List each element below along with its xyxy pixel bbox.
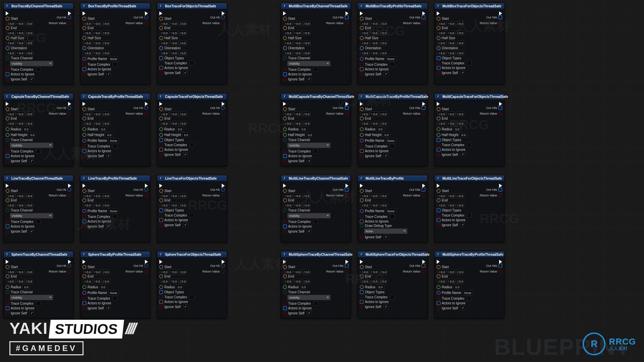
pin-icon[interactable] [6,117,9,120]
checkbox[interactable] [30,311,34,315]
node-header[interactable]: fBoxTraceForObjectsThreadSafe [157,3,227,9]
bool-pin[interactable]: Trace Complex [437,142,502,147]
bool-pin[interactable]: Trace Complex [360,295,425,299]
pin-icon[interactable] [159,138,163,142]
pin-icon[interactable] [221,112,225,115]
blueprint-node[interactable]: fMultiCapsuleTraceByProfileThreadSafeSta… [358,93,428,166]
vector-pin[interactable]: End [83,198,148,202]
bool-pin[interactable]: Ignore Self [360,154,425,158]
pin-icon[interactable] [159,127,163,131]
pin-icon[interactable] [422,193,425,197]
pin-icon[interactable] [67,269,71,273]
out-hit-pin[interactable]: Out Hit [57,15,71,19]
float-pin[interactable]: Radius 0.0 [437,127,502,132]
blueprint-node[interactable]: fMultiSphereTraceByChannelThreadSafeStar… [281,251,351,318]
checkbox[interactable] [384,154,388,158]
pin-icon[interactable] [83,189,86,193]
vector-pin[interactable]: Half Size [83,36,148,40]
pin-icon[interactable] [360,144,364,148]
name-pin[interactable]: Profile Name None [360,138,425,143]
vector-pin[interactable]: Half Size [283,36,348,40]
pin-icon[interactable] [6,133,9,137]
pin-icon[interactable] [6,198,9,202]
bool-pin[interactable]: Trace Complex [159,61,225,65]
pin-icon[interactable] [159,61,163,65]
vector-pin[interactable]: End [283,117,348,120]
checkbox[interactable] [384,72,388,76]
exec-out-pin[interactable] [345,102,348,106]
float-pin[interactable]: Half Height 0.0 [159,132,225,137]
bool-pin[interactable]: Trace Complex [6,219,71,224]
pin-icon[interactable] [83,220,86,223]
pin-icon[interactable] [283,230,287,233]
enum-pin[interactable]: Trace Channel [6,56,71,60]
vector-pin[interactable]: End [283,275,348,278]
exec-out-pin[interactable] [345,260,348,264]
exec-in-pin[interactable] [283,11,286,15]
array-pin[interactable]: Object Types [437,56,502,60]
rotator-pin[interactable]: Orientation [283,46,348,50]
name-pin[interactable]: Profile Name None [83,56,148,61]
checkbox[interactable] [307,159,312,163]
exec-in-pin[interactable] [6,260,9,264]
pin-icon[interactable] [360,46,364,50]
node-header[interactable]: fMultiSphereTraceForObjectsThreadSafe [358,251,427,258]
array-pin[interactable]: Actors to Ignore [83,149,148,153]
pin-icon[interactable] [283,107,287,111]
vector-pin[interactable]: End [159,198,225,202]
enum-pin[interactable]: Trace Channel [6,290,71,294]
pin-icon[interactable] [67,106,71,110]
checkbox[interactable] [190,295,194,299]
rotator-pin[interactable]: Orientation [159,46,225,50]
array-pin[interactable]: Object Types [360,290,425,294]
float-pin[interactable]: Radius 0.0 [283,285,348,290]
pin-icon[interactable] [83,117,86,120]
array-pin[interactable]: Actors to Ignore [159,218,225,222]
pin-icon[interactable] [83,57,86,61]
pin-icon[interactable] [144,106,148,110]
float-pin[interactable]: Radius 0.0 [437,285,502,290]
checkbox[interactable] [36,149,41,154]
blueprint-node[interactable]: fMultiBoxTraceByChannelThreadSafeStartX0… [281,3,351,84]
pin-icon[interactable] [360,290,364,294]
pin-icon[interactable] [67,193,71,197]
pin-icon[interactable] [360,154,364,158]
exec-out-pin[interactable] [222,102,225,106]
bool-pin[interactable]: Ignore Self [159,152,225,157]
vector-pin[interactable]: Half Size [360,36,425,40]
pin-icon[interactable] [159,218,163,222]
pin-icon[interactable] [437,143,440,147]
node-header[interactable]: fMultiBoxTraceByProfileThreadSafe [358,3,427,9]
pin-icon[interactable] [422,269,425,273]
bool-pin[interactable]: Ignore Self [6,229,71,234]
pin-icon[interactable] [6,36,9,40]
checkbox[interactable] [313,149,318,154]
checkbox[interactable] [190,142,194,147]
pin-icon[interactable] [144,193,148,197]
pin-icon[interactable] [83,72,86,76]
out-hit-pin[interactable]: Out Hit [57,106,71,110]
pin-icon[interactable] [159,56,163,60]
pin-icon[interactable] [6,302,9,305]
checkbox[interactable] [313,219,318,224]
pin-icon[interactable] [360,209,364,213]
array-pin[interactable]: Actors to Ignore [360,220,425,223]
rotator-pin[interactable]: Orientation [360,46,425,50]
pin-icon[interactable] [360,17,364,20]
pin-icon[interactable] [144,15,148,19]
exec-out-pin[interactable] [222,184,225,188]
pin-icon[interactable] [345,264,348,267]
pin-icon[interactable] [437,291,440,295]
blueprint-node[interactable]: fBoxTraceForObjectsThreadSafeStartX0.0Y0… [157,3,227,84]
pin-icon[interactable] [83,209,86,213]
out-hit-pin[interactable]: Out Hit [210,264,225,267]
pin-icon[interactable] [6,311,9,315]
exec-in-pin[interactable] [437,184,440,188]
pin-icon[interactable] [67,188,71,191]
blueprint-node[interactable]: fLineTraceByProfileThreadSafeStartX0.0Y0… [80,175,150,242]
pin-icon[interactable] [159,265,163,269]
array-pin[interactable]: Actors to Ignore [159,300,225,304]
pin-icon[interactable] [360,139,364,142]
pin-icon[interactable] [6,275,9,278]
checkbox[interactable] [461,306,465,310]
